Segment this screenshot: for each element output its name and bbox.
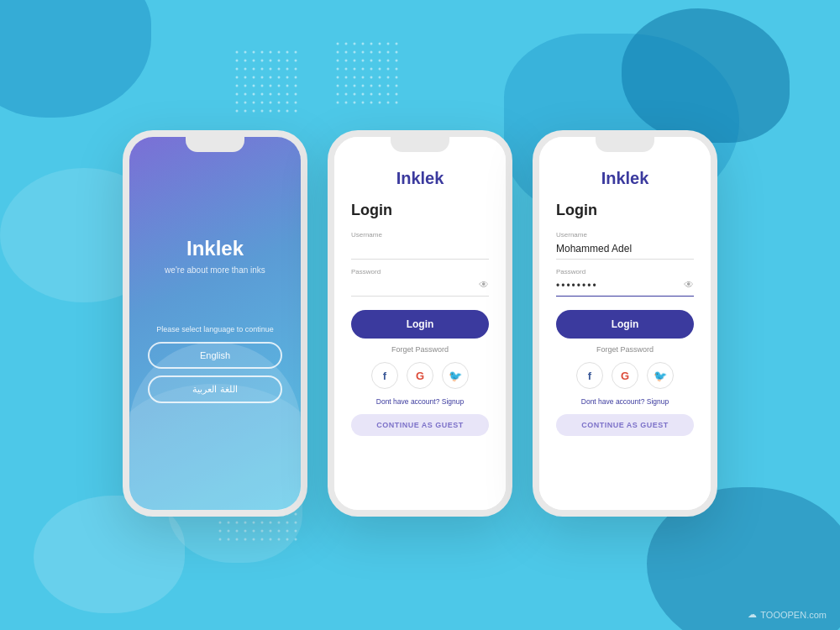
username-field-3[interactable]: Username <box>556 231 694 260</box>
social-icons-2: f G 🐦 <box>371 362 469 389</box>
login-screen-empty: Inklek Login Username Password 👁 Login F… <box>334 137 506 510</box>
phone-login-empty: Inklek Login Username Password 👁 Login F… <box>328 130 512 517</box>
password-label-3: Password <box>556 268 694 276</box>
phone-notch-1 <box>186 137 244 152</box>
username-input-2[interactable] <box>351 244 489 254</box>
password-label-2: Password <box>351 268 489 276</box>
english-button[interactable]: English <box>148 342 282 369</box>
password-input-3[interactable] <box>556 280 694 291</box>
social-icons-3: f G 🐦 <box>576 362 674 389</box>
guest-button-2[interactable]: CONTINUE AS GUEST <box>351 414 489 436</box>
splash-screen: Inklek we're about more than inks Please… <box>129 137 301 510</box>
watermark: ☁ TOOOPEN.com <box>748 609 827 620</box>
svg-rect-1 <box>235 50 302 118</box>
phone-login-filled: Inklek Login Username Password 👁 Login F… <box>533 130 717 517</box>
username-input-3[interactable] <box>556 243 694 255</box>
signup-text-3: Dont have account? Signup <box>581 397 669 406</box>
login-button-2[interactable]: Login <box>351 310 489 339</box>
phone-notch-2 <box>391 137 449 152</box>
arabic-button[interactable]: اللغة العربية <box>148 375 282 403</box>
twitter-button-2[interactable]: 🐦 <box>442 362 469 389</box>
login-button-3[interactable]: Login <box>556 310 694 339</box>
phone-splash: Inklek we're about more than inks Please… <box>123 130 307 517</box>
dots-pattern-1 <box>235 50 302 118</box>
splash-app-name: Inklek <box>186 237 244 260</box>
watermark-icon: ☁ <box>748 609 757 620</box>
forget-password-3[interactable]: Forget Password <box>596 345 654 354</box>
login-heading-2: Login <box>351 202 489 219</box>
signup-text-2: Dont have account? Signup <box>376 397 464 406</box>
login-app-title-2: Inklek <box>396 169 444 188</box>
username-field-2[interactable]: Username <box>351 231 489 260</box>
login-heading-3: Login <box>556 202 694 219</box>
phones-container: Inklek we're about more than inks Please… <box>123 113 717 517</box>
username-label-2: Username <box>351 231 489 239</box>
password-field-3[interactable]: Password 👁 <box>556 268 694 297</box>
twitter-button-3[interactable]: 🐦 <box>647 362 674 389</box>
login-screen-filled: Inklek Login Username Password 👁 Login F… <box>539 137 711 510</box>
facebook-button-2[interactable]: f <box>371 362 398 389</box>
google-button-2[interactable]: G <box>407 362 433 389</box>
bg-blob-1 <box>0 0 151 118</box>
forget-password-2[interactable]: Forget Password <box>391 345 449 354</box>
username-label-3: Username <box>556 231 694 239</box>
password-field-2[interactable]: Password 👁 <box>351 268 489 297</box>
password-input-2[interactable] <box>351 281 489 291</box>
facebook-button-3[interactable]: f <box>576 362 603 389</box>
splash-tagline: we're about more than inks <box>165 265 265 275</box>
eye-icon-2[interactable]: 👁 <box>479 279 489 291</box>
watermark-text: TOOOPEN.com <box>760 610 827 620</box>
language-prompt: Please select language to continue <box>156 325 274 333</box>
login-app-title-3: Inklek <box>601 169 649 188</box>
google-button-3[interactable]: G <box>612 362 638 389</box>
phone-notch-3 <box>596 137 654 152</box>
guest-button-3[interactable]: CONTINUE AS GUEST <box>556 414 694 436</box>
svg-rect-3 <box>336 42 403 109</box>
eye-icon-3[interactable]: 👁 <box>684 279 694 291</box>
dots-pattern-2 <box>336 42 403 109</box>
